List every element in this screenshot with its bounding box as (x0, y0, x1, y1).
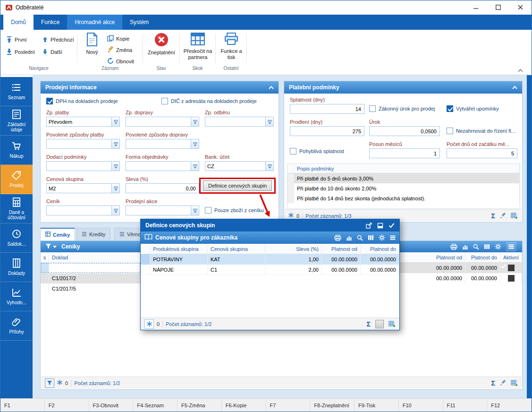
fkey-f1[interactable]: F1 (0, 399, 45, 412)
fkey-f8[interactable]: F8-Zneplatnění (310, 399, 355, 412)
zp-platby-input[interactable] (46, 117, 120, 127)
sidebar-item-vyhodnoceni[interactable]: Vyhodn... (0, 282, 33, 311)
sidebar-item-zakladni-udaje[interactable]: Základní údaje (0, 106, 33, 136)
print-icon[interactable] (450, 244, 457, 250)
posun-mesicu-input[interactable] (369, 148, 440, 158)
pohybliva-checkbox[interactable] (290, 148, 296, 154)
bank-ucet-dropdown-icon[interactable] (265, 162, 273, 171)
previous-button[interactable]: Předchozí (42, 34, 74, 45)
tab-funkce[interactable]: Funkce (34, 15, 67, 30)
fkey-f2[interactable]: F2 (45, 399, 89, 412)
povolene-dopravy-input[interactable] (126, 139, 199, 149)
fkey-f4[interactable]: F4-Seznam (133, 399, 177, 412)
dodaci-podminky-dropdown-icon[interactable] (111, 162, 119, 171)
povolene-platby-dropdown-icon[interactable] (111, 139, 119, 148)
table-row[interactable]: C1/2017/2 (41, 273, 141, 283)
dph-checkbox[interactable] (46, 98, 53, 104)
sidebar-item-seznam[interactable]: Seznam (0, 77, 33, 106)
zp-odberu-dropdown-icon[interactable] (265, 117, 273, 126)
change-button[interactable]: Změna (107, 45, 132, 55)
dialog-titlebar[interactable]: Definice cenových skupin (141, 219, 399, 232)
filter-toggle-button[interactable] (45, 378, 54, 388)
urok-input[interactable] (369, 126, 440, 136)
definice-cenovych-skupin-button[interactable]: Definice cenových skupin (203, 180, 272, 191)
refresh-button[interactable]: Obnovit (107, 56, 134, 67)
povolene-dopravy-dropdown-icon[interactable] (191, 139, 199, 148)
close-button[interactable] (509, 0, 532, 15)
search-icon[interactable] (473, 244, 479, 250)
aktivni-checkbox[interactable] (508, 265, 515, 271)
table-row[interactable]: POTRAVINY KAT 1,00 00.00.0000 00.00.0000 (141, 254, 399, 265)
povolene-platby-input[interactable] (46, 139, 120, 149)
minimize-button[interactable] (465, 0, 487, 15)
functions-print-button[interactable]: Funkce a tisk (217, 33, 246, 60)
jump-to-partner-button[interactable]: Přeskočit na partnera (181, 33, 215, 60)
zp-odberu-input[interactable] (205, 117, 274, 127)
fkey-f10[interactable]: F10 (399, 399, 443, 412)
grid-settings-icon[interactable] (511, 380, 518, 386)
gear-icon[interactable] (495, 243, 501, 250)
table-row[interactable]: 00.00.0000 00.00.0000 (399, 263, 522, 273)
tab-hromadne-akce[interactable]: Hromadné akce (67, 15, 122, 30)
fkey-f9[interactable]: F9-Tisk (355, 399, 399, 412)
sum-button[interactable]: Σ (367, 321, 371, 327)
sidebar-item-prodej[interactable]: Prodej (0, 165, 33, 194)
sidebar-item-doklady[interactable]: Doklady (0, 253, 33, 282)
first-button[interactable]: První (6, 34, 27, 45)
sum-button[interactable]: Σ (491, 380, 495, 386)
table-row[interactable]: Při platbě do 5 dnů skonto 3,00% (287, 173, 520, 183)
print-icon[interactable] (334, 235, 341, 241)
sidebar-item-nakup[interactable]: Nákup (0, 136, 33, 165)
dodaci-podminky-input[interactable] (46, 161, 120, 171)
aktivni-checkbox[interactable] (508, 275, 515, 282)
fkey-f6[interactable]: F6-Kopie (222, 399, 266, 412)
table-row[interactable]: Při platbě do 10 dnů skonto 2,00% (287, 183, 520, 193)
last-button[interactable]: Poslední (6, 47, 35, 57)
zp-platby-dropdown-icon[interactable] (111, 117, 119, 126)
fkey-f5[interactable]: F5-Změna (177, 399, 222, 412)
fkey-f3[interactable]: F3-Obnovit (89, 399, 134, 412)
copy-button[interactable]: Kopie (107, 34, 129, 44)
search-icon[interactable] (357, 235, 363, 241)
new-record-button[interactable]: Nový (80, 33, 104, 55)
prodejni-akce-input[interactable] (126, 206, 199, 215)
sidebar-item-prilohy[interactable]: Přílohy (0, 311, 33, 341)
confirm-icon[interactable] (388, 223, 395, 228)
prodleni-input[interactable] (290, 126, 364, 136)
ribbon-collapse-button[interactable] (518, 66, 523, 74)
maximize-button[interactable] (487, 0, 509, 15)
table-row[interactable]: Při platbě do 14 dnů bez skonta (jednodu… (287, 193, 520, 203)
filter-dropdown-button[interactable] (45, 243, 57, 250)
edit-icon[interactable] (500, 213, 506, 219)
fkey-f12[interactable]: F12 (487, 399, 532, 412)
table-row[interactable] (41, 263, 141, 273)
upominky-checkbox[interactable] (447, 105, 453, 112)
tab-system[interactable]: Systém (122, 15, 156, 30)
pocet-dnu-input[interactable] (447, 148, 517, 158)
dock-panel-icon[interactable] (377, 223, 383, 229)
zakonny-urok-checkbox[interactable] (369, 105, 376, 112)
zp-dopravy-dropdown-icon[interactable] (191, 117, 199, 126)
cenik-dropdown-icon[interactable] (111, 206, 119, 215)
splatnost-input[interactable] (290, 104, 364, 114)
bank-ucet-input[interactable] (205, 161, 274, 171)
grid-settings-icon[interactable] (388, 321, 396, 327)
edit-icon[interactable] (500, 380, 506, 386)
nezahrnovat-checkbox[interactable] (447, 128, 453, 134)
columns-icon[interactable] (484, 244, 490, 249)
detach-window-icon[interactable] (366, 223, 372, 229)
cenik-input[interactable] (46, 206, 120, 215)
table-row[interactable]: C1/2017/5 (41, 283, 141, 294)
menu-icon[interactable] (390, 235, 396, 240)
menu-icon[interactable] (506, 242, 516, 251)
tab-ceniky[interactable]: Ceníky (40, 228, 75, 240)
sleva-input[interactable] (126, 183, 199, 193)
sum-button[interactable]: Σ (491, 213, 495, 219)
grid-settings-icon[interactable] (511, 213, 518, 219)
fkey-f7[interactable]: F7 (266, 399, 311, 412)
chart-icon[interactable] (346, 235, 352, 240)
table-row[interactable]: 00.00.0000 00.00.0000 (399, 273, 522, 283)
zp-dopravy-input[interactable] (126, 117, 199, 127)
tab-kredity[interactable]: Kredity (76, 228, 110, 240)
forma-objednavky-input[interactable] (126, 161, 199, 171)
